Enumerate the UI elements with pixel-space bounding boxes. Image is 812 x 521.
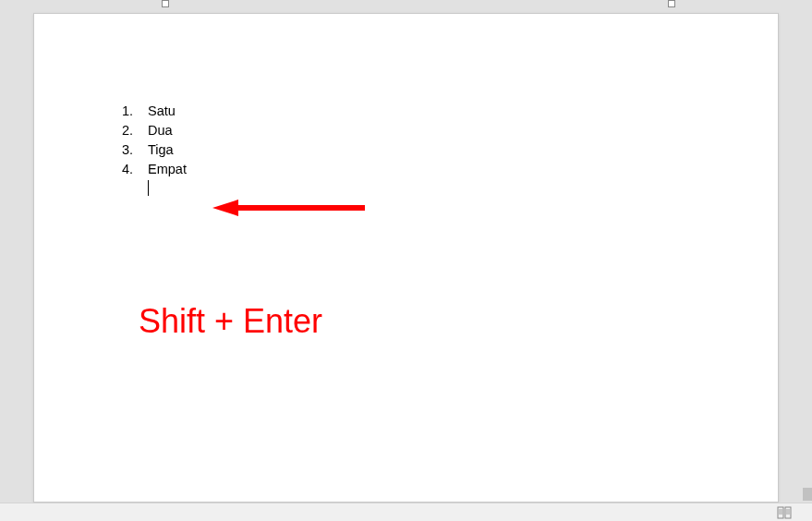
document-page[interactable]: 1. Satu 2. Dua 3. Tiga 4. Empat xyxy=(33,13,779,503)
page-container: 1. Satu 2. Dua 3. Tiga 4. Empat xyxy=(0,13,812,503)
svg-rect-3 xyxy=(785,507,791,518)
cursor-line[interactable] xyxy=(113,179,704,197)
text-cursor-icon xyxy=(148,180,149,196)
list-text: Satu xyxy=(135,102,176,121)
ruler-area xyxy=(0,0,812,13)
list-text: Dua xyxy=(135,121,173,140)
list-item[interactable]: 3. Tiga xyxy=(113,140,704,160)
list-item[interactable]: 1. Satu xyxy=(113,102,704,121)
scrollbar-thumb[interactable] xyxy=(803,488,812,501)
list-text: Tiga xyxy=(135,140,174,160)
svg-marker-1 xyxy=(212,200,238,216)
list-number: 2. xyxy=(113,121,135,140)
svg-rect-2 xyxy=(778,507,783,518)
tab-marker-right[interactable] xyxy=(668,0,675,7)
list-item[interactable]: 2. Dua xyxy=(113,121,704,140)
list-number: 1. xyxy=(113,102,135,121)
list-number: 4. xyxy=(113,160,135,179)
tab-marker-left[interactable] xyxy=(162,0,169,7)
list-text: Empat xyxy=(135,160,187,179)
annotation-caption: Shift + Enter xyxy=(139,302,322,341)
list-number: 3. xyxy=(113,140,135,160)
arrow-annotation-icon xyxy=(212,198,365,222)
read-mode-icon[interactable] xyxy=(777,506,792,519)
numbered-list: 1. Satu 2. Dua 3. Tiga 4. Empat xyxy=(113,102,704,197)
status-bar xyxy=(0,503,812,521)
list-item[interactable]: 4. Empat xyxy=(113,160,704,179)
